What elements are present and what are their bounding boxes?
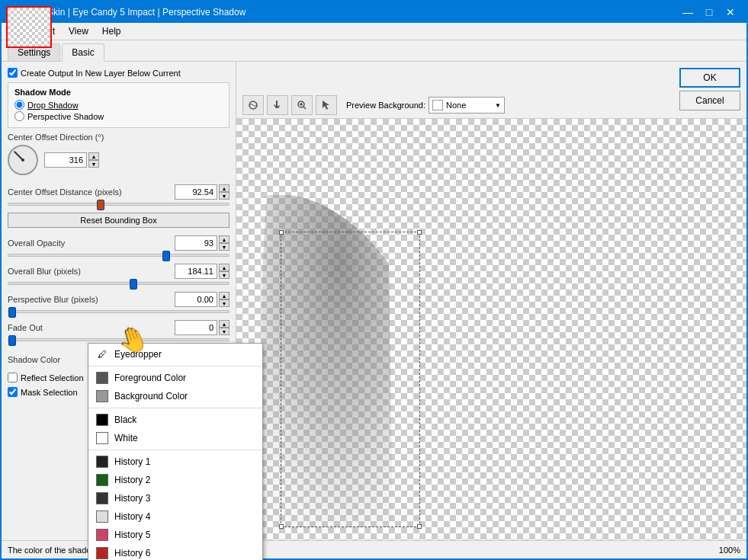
- pblur-spin-buttons: ▲ ▼: [219, 292, 230, 307]
- opacity-spin-down[interactable]: ▼: [219, 243, 230, 251]
- mask-selection-checkbox[interactable]: [8, 387, 18, 397]
- menu-help[interactable]: Help: [96, 24, 127, 38]
- top-bar-content: Preview Background: None ▼: [242, 65, 505, 115]
- distance-spin-down[interactable]: ▼: [219, 192, 230, 200]
- zoom-in-button[interactable]: [291, 95, 313, 115]
- fadeout-value-input[interactable]: [175, 320, 217, 335]
- distance-slider-track[interactable]: [8, 203, 230, 206]
- overall-opacity-label: Overall Opacity: [8, 238, 175, 248]
- status-text: The color of the shadow: [8, 546, 97, 555]
- dropdown-black-label: Black: [114, 414, 136, 425]
- checkerboard-background: [236, 119, 746, 540]
- history6-swatch: [96, 547, 108, 559]
- window-title: Alien Skin | Eye Candy 5 Impact | Perspe…: [24, 7, 246, 18]
- fadeout-slider-track[interactable]: [8, 338, 230, 341]
- preview-bg-label: Preview Background:: [346, 101, 425, 110]
- minimize-button[interactable]: —: [678, 5, 698, 20]
- fade-out-row: Fade Out ▲ ▼: [8, 320, 230, 335]
- perspective-blur-label: Perspective Blur (pixels): [8, 295, 175, 304]
- dropdown-white[interactable]: White: [88, 429, 262, 447]
- distance-value-input[interactable]: [175, 184, 217, 200]
- blur-value-input[interactable]: [175, 264, 217, 279]
- dropdown-history-5[interactable]: History 5: [88, 526, 262, 544]
- fadeout-input-group: ▲ ▼: [175, 320, 230, 335]
- cancel-button[interactable]: Cancel: [679, 91, 740, 110]
- pan-icon: [271, 99, 284, 111]
- direction-circle[interactable]: [8, 145, 38, 175]
- dropdown-history-2[interactable]: History 2: [88, 471, 262, 489]
- direction-spin-up[interactable]: ▲: [88, 152, 99, 160]
- pblur-spin-up[interactable]: ▲: [219, 292, 230, 299]
- white-swatch: [96, 432, 108, 444]
- history2-swatch: [96, 474, 108, 486]
- create-output-checkbox[interactable]: [8, 68, 18, 78]
- handle-br: [417, 524, 422, 529]
- menu-view[interactable]: View: [63, 24, 95, 38]
- direction-dot: [21, 158, 24, 162]
- fade-out-section: Fade Out ▲ ▼: [8, 320, 230, 344]
- pblur-slider-thumb[interactable]: [8, 307, 16, 318]
- pan-button[interactable]: [267, 95, 288, 115]
- dropdown-foreground[interactable]: Foreground Color: [88, 369, 262, 387]
- pblur-slider-track[interactable]: [8, 310, 230, 313]
- fadeout-spin-up[interactable]: ▲: [219, 320, 230, 328]
- distance-input-group: ▲ ▼: [175, 184, 230, 200]
- color-dropdown-menu: 🖊 Eyedropper Foreground Color Background…: [88, 343, 263, 560]
- drop-shadow-radio[interactable]: [14, 100, 24, 110]
- toolbar-buttons: Preview Background: None ▼: [242, 95, 505, 115]
- dropdown-history-3[interactable]: History 3: [88, 489, 262, 507]
- black-swatch: [96, 414, 108, 426]
- direction-spin-down[interactable]: ▼: [88, 160, 99, 168]
- dropdown-eyedropper[interactable]: 🖊 Eyedropper: [88, 345, 262, 363]
- blur-spin-down[interactable]: ▼: [219, 271, 230, 279]
- history3-swatch: [96, 492, 108, 504]
- preview-bg-none: None: [446, 101, 466, 110]
- shadow-mode-group: Shadow Mode Drop Shadow Perspective Shad…: [8, 82, 230, 128]
- opacity-value-input[interactable]: [175, 235, 217, 251]
- tab-basic[interactable]: Basic: [62, 43, 104, 62]
- distance-spin-up[interactable]: ▲: [219, 184, 230, 192]
- overall-blur-row: Overall Blur (pixels) ▲ ▼: [8, 264, 230, 279]
- preview-canvas: [236, 119, 746, 540]
- dropdown-history-1[interactable]: History 1: [88, 453, 262, 471]
- center-offset-distance-label: Center Offset Distance (pixels): [8, 187, 175, 197]
- opacity-input-group: ▲ ▼: [175, 235, 230, 251]
- handle-bl: [279, 524, 284, 529]
- reset-bounding-box-button[interactable]: Reset Bounding Box: [8, 213, 230, 228]
- fadeout-spin-down[interactable]: ▼: [219, 328, 230, 335]
- blur-slider-thumb[interactable]: [130, 279, 137, 290]
- dropdown-background-label: Background Color: [114, 391, 188, 402]
- perspective-shadow-radio[interactable]: [14, 111, 24, 121]
- status-zoom: 100%: [719, 546, 740, 555]
- select-icon: [320, 99, 332, 111]
- dropdown-history-4[interactable]: History 4: [88, 507, 262, 526]
- dropdown-history1-label: History 1: [114, 456, 150, 467]
- opacity-slider-track[interactable]: [8, 254, 230, 257]
- perspective-blur-row: Perspective Blur (pixels) ▲ ▼: [8, 292, 230, 307]
- shadow-mode-label: Shadow Mode: [14, 88, 223, 97]
- dropdown-history4-label: History 4: [114, 511, 150, 522]
- blur-slider-track[interactable]: [8, 282, 230, 285]
- reflect-selection-checkbox[interactable]: [8, 373, 18, 382]
- zoom-reset-button[interactable]: [242, 95, 264, 115]
- ok-button[interactable]: OK: [679, 68, 740, 88]
- foreground-swatch: [96, 372, 108, 384]
- history5-swatch: [96, 529, 108, 541]
- fadeout-slider-thumb[interactable]: [8, 335, 16, 346]
- pblur-value-input[interactable]: [175, 292, 217, 307]
- dropdown-black[interactable]: Black: [88, 411, 262, 429]
- direction-value-input[interactable]: 316: [44, 152, 87, 168]
- maximize-button[interactable]: □: [699, 5, 719, 20]
- drop-shadow-row: Drop Shadow: [14, 100, 223, 110]
- opacity-spin-up[interactable]: ▲: [219, 235, 230, 243]
- dropdown-background[interactable]: Background Color: [88, 387, 262, 405]
- select-button[interactable]: [316, 95, 337, 115]
- pblur-spin-down[interactable]: ▼: [219, 299, 230, 307]
- dropdown-history5-label: History 5: [114, 530, 150, 540]
- opacity-slider-thumb[interactable]: [162, 251, 170, 261]
- preview-bg-dropdown[interactable]: None ▼: [429, 97, 505, 114]
- distance-slider-thumb[interactable]: [97, 200, 104, 210]
- dropdown-history-6[interactable]: History 6: [88, 544, 262, 560]
- blur-spin-up[interactable]: ▲: [219, 264, 230, 271]
- close-button[interactable]: ✕: [721, 5, 740, 20]
